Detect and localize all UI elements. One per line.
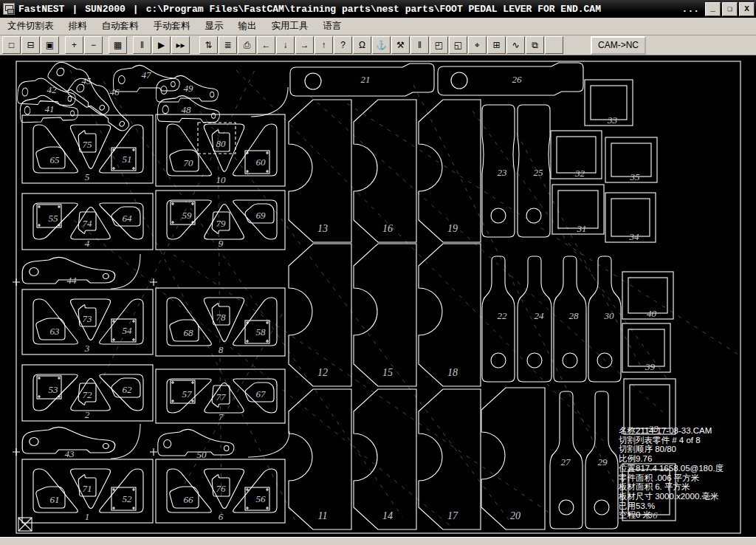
plate-5[interactable]: 6575515 [22,115,153,183]
part-number: 60 [256,157,267,168]
restore-button[interactable]: ❏ [722,2,738,16]
part-44[interactable]: 44 [22,257,115,286]
toolbar-step-shape-b-button[interactable]: ◱ [449,36,467,54]
part-17[interactable]: 17 [419,389,481,529]
part-number: 58 [256,326,267,337]
plate-9[interactable]: 5969799 [156,191,285,250]
part-number: 27 [561,456,571,467]
toolbar-profile-button[interactable]: ∿ [506,36,525,54]
toolbar-move-down-button[interactable]: ↓ [276,36,295,54]
toolbar-move-up-button[interactable]: ↑ [315,36,333,54]
part-12[interactable]: 12 [289,244,351,386]
part-number: 12 [317,367,328,378]
cam-to-nc-button[interactable]: CAM->NC [591,36,646,55]
part-41[interactable]: 41 [20,95,79,123]
toolbar-pause-nest-button[interactable]: ‖ [133,36,151,54]
toolbar-new-file-button[interactable]: □ [2,36,21,54]
toolbar-zoom-in-button[interactable]: + [65,36,83,54]
plate-1[interactable]: 6171521 [22,459,153,523]
nest-canvas[interactable]: 6575515556474463735435362722617152170806… [0,55,756,537]
part-49[interactable]: 49 [157,75,219,102]
part-25[interactable]: 25 [518,105,550,237]
plate-6[interactable]: 6676566 [156,459,285,523]
plate-10[interactable]: 70806010 [156,114,285,186]
toolbar-zoom-out-button[interactable]: − [84,36,103,54]
toolbar-measure-button[interactable]: ? [334,36,352,54]
part-50[interactable]: 50 [158,429,234,460]
close-button[interactable]: X [739,2,755,16]
toolbar-fast-forward-nest-button[interactable]: ▸▸ [171,36,190,54]
menu-manual-nest[interactable]: 手动套料 [146,18,198,35]
part-21[interactable]: 21 [290,64,434,96]
title-separator: | [72,4,78,15]
toolbar-run-nest-button[interactable]: ▶ [152,36,171,54]
part-27[interactable]: 27 [550,391,583,529]
toolbar-zoom-fit-button[interactable]: ⊞ [487,36,506,54]
nesting-drawing[interactable]: 6575515556474463735435362722617152170806… [0,55,756,537]
part-29[interactable]: 29 [585,391,618,529]
part-47[interactable]: 47 [114,65,180,92]
part-13[interactable]: 13 [289,100,351,242]
menu-output[interactable]: 输出 [231,18,264,35]
part-48[interactable]: 48 [157,95,220,123]
plate-2[interactable]: 5362722 [22,365,153,421]
toolbar-nc-code-button[interactable]: ≣ [219,36,237,54]
part-35[interactable]: 35 [605,137,657,182]
toolbar-step-shape-a-button[interactable]: ◰ [430,36,448,54]
part-31[interactable]: 31 [552,185,604,234]
toolbar-gauge-button[interactable]: ⚓ [372,36,391,54]
part-number: 52 [123,493,133,504]
toolbar-move-left-button[interactable]: ← [257,36,275,54]
minimize-button[interactable]: _ [705,2,721,16]
part-40[interactable]: 40 [622,272,673,319]
part-number: 44 [67,275,78,286]
run-nest-icon: ▶ [158,41,165,49]
part-number: 40 [647,308,657,319]
move-up-icon: ↑ [322,41,326,49]
menu-nesting[interactable]: 排料 [61,18,94,35]
nc-code-icon: ≣ [224,41,231,49]
part-14[interactable]: 14 [354,389,416,529]
toolbar-print-button[interactable]: ⎙ [238,36,256,54]
plate-8[interactable]: 6878588 [156,288,285,356]
part-number: 3 [84,343,90,354]
menu-file-cutting-list[interactable]: 文件切割表 [0,18,61,35]
part-28[interactable]: 28 [554,256,586,382]
menu-auto-nest[interactable]: 自动套料 [94,18,146,35]
toolbar-torch-spacing-button[interactable]: ‖ [410,36,429,54]
part-45[interactable]: 45 [47,55,119,117]
menu-language[interactable]: 语言 [316,18,349,35]
part-number: 32 [574,168,585,179]
title-bar[interactable]: FastNEST | SUN2000 | c:\Program Files\Fa… [0,0,756,18]
toolbar-zoom-window-button[interactable]: ⌖ [468,36,487,54]
part-32[interactable]: 32 [551,131,602,179]
toolbar-rotate-part-button[interactable]: Ω [353,36,371,54]
plate-4[interactable]: 5564744 [22,193,153,250]
toolbar-save-file-button[interactable]: ▣ [41,36,59,54]
part-39[interactable]: 39 [622,323,670,372]
part-34[interactable]: 34 [605,193,656,242]
toolbar-open-file-button[interactable]: ⊟ [21,36,40,54]
part-19[interactable]: 19 [419,100,481,242]
part-24[interactable]: 24 [518,256,551,382]
part-20[interactable]: 20 [481,388,545,529]
part-26[interactable]: 26 [438,63,583,95]
part-43[interactable]: 43 [22,427,115,459]
toolbar-tools-button[interactable]: ⚒ [391,36,410,54]
part-23[interactable]: 23 [482,105,515,237]
toolbar-plate-grid-button[interactable]: ▦ [109,36,127,54]
part-30[interactable]: 30 [588,256,621,382]
plate-3[interactable]: 6373543 [22,289,153,354]
plate-7[interactable]: 5767777 [156,369,285,423]
toolbar-move-right-button[interactable]: → [295,36,314,54]
part-11[interactable]: 11 [289,389,351,529]
toolbar-cut-sequence-button[interactable]: ⇅ [199,36,218,54]
toolbar-copy-part-button[interactable]: ⧉ [526,36,544,54]
part-18[interactable]: 18 [419,244,481,386]
part-number: 49 [184,83,194,94]
part-15[interactable]: 15 [354,244,416,386]
part-number: 55 [49,213,59,224]
part-33[interactable]: 33 [585,80,633,126]
menu-display[interactable]: 显示 [198,18,231,35]
menu-utilities[interactable]: 实用工具 [264,18,316,35]
